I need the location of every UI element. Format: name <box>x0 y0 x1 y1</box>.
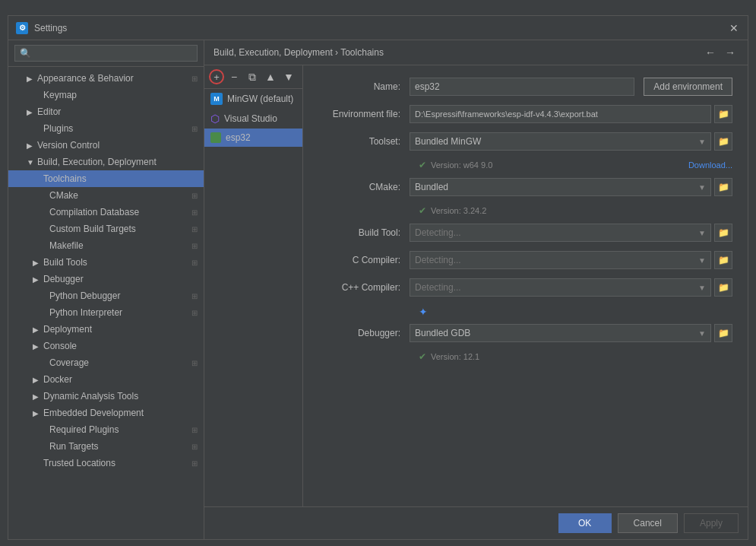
sidebar-item-editor[interactable]: ▶ Editor <box>8 103 204 120</box>
build-tool-browse-button[interactable]: 📁 <box>714 224 732 242</box>
sidebar-item-dynamic-analysis[interactable]: ▶ Dynamic Analysis Tools <box>8 388 204 405</box>
sidebar-item-deployment[interactable]: ▶ Deployment <box>8 321 204 338</box>
sidebar-item-cmake[interactable]: CMake ⊞ <box>8 187 204 204</box>
sidebar-item-embedded-dev[interactable]: ▶ Embedded Development <box>8 405 204 421</box>
arrow-icon: ▶ <box>33 325 40 334</box>
toolset-browse-button[interactable]: 📁 <box>714 132 732 151</box>
sidebar-item-docker[interactable]: ▶ Docker <box>8 371 204 388</box>
settings-form: Name: Add environment Environment file: … <box>303 65 748 506</box>
sidebar-item-appearance[interactable]: ▶ Appearance & Behavior ⊞ <box>8 70 204 87</box>
sidebar-item-plugins[interactable]: Plugins ⊞ <box>8 120 204 137</box>
sidebar-item-build-tools[interactable]: ▶ Build Tools ⊞ <box>8 254 204 271</box>
toolchain-item-label: Visual Studio <box>224 113 277 124</box>
sidebar-item-run-targets[interactable]: Run Targets ⊞ <box>8 438 204 455</box>
sidebar-item-python-debugger[interactable]: Python Debugger ⊞ <box>8 287 204 304</box>
copy-toolchain-button[interactable]: ⧉ <box>244 68 261 85</box>
cmake-version-text: Version: 3.24.2 <box>431 206 486 215</box>
sidebar-item-toolchains[interactable]: Toolchains <box>8 170 204 187</box>
ok-button[interactable]: OK <box>558 513 612 533</box>
sidebar-item-label: Compilation Database <box>49 207 139 217</box>
sidebar-item-build-exec-deploy[interactable]: ▼ Build, Execution, Deployment <box>8 154 204 170</box>
sidebar-item-debugger[interactable]: ▶ Debugger <box>8 271 204 287</box>
sidebar-item-label: Build Tools <box>43 257 87 268</box>
apply-button[interactable]: Apply <box>684 513 739 533</box>
sidebar-item-label: Plugins <box>43 123 73 134</box>
toolset-row: Toolset: Bundled MinGW ▼ 📁 <box>318 132 732 151</box>
sidebar-item-keymap[interactable]: Keymap <box>8 87 204 103</box>
toolchain-item-vs[interactable]: ⬡ Visual Studio <box>204 109 302 129</box>
sidebar-item-label: Keymap <box>43 90 77 100</box>
version-check-icon: ✔ <box>419 160 426 170</box>
cmake-browse-button[interactable]: 📁 <box>714 178 732 196</box>
download-link[interactable]: Download... <box>688 160 732 170</box>
content-area: Build, Execution, Deployment › Toolchain… <box>204 40 748 539</box>
sidebar-item-label: Deployment <box>43 324 92 335</box>
external-icon: ⊞ <box>191 125 198 133</box>
debugger-dropdown-arrow-icon: ▼ <box>698 329 706 338</box>
environment-file-input[interactable] <box>410 105 711 123</box>
move-down-button[interactable]: ▼ <box>280 68 297 85</box>
sidebar-item-label: Required Plugins <box>49 424 119 435</box>
cpp-compiler-browse-button[interactable]: 📁 <box>714 278 732 297</box>
sidebar-item-console[interactable]: ▶ Console <box>8 338 204 354</box>
sidebar-item-version-control[interactable]: ▶ Version Control <box>8 137 204 154</box>
sidebar-item-label: Python Interpreter <box>49 307 122 318</box>
cpp-compiler-row: C++ Compiler: Detecting... ▼ 📁 <box>318 278 732 297</box>
dropdown-arrow-icon: ▼ <box>698 138 706 146</box>
sidebar-item-label: Custom Build Targets <box>49 224 136 234</box>
sidebar-item-label: CMake <box>49 190 78 201</box>
sidebar-item-custom-build[interactable]: Custom Build Targets ⊞ <box>8 221 204 237</box>
toolset-version-row: ✔ Version: w64 9.0 Download... <box>318 160 732 170</box>
toolchain-item-mingw[interactable]: M MinGW (default) <box>204 89 302 109</box>
c-compiler-browse-button[interactable]: 📁 <box>714 251 732 269</box>
name-input[interactable] <box>410 78 634 96</box>
sidebar-item-python-interpreter[interactable]: Python Interpreter ⊞ <box>8 304 204 321</box>
environment-file-control: 📁 <box>410 105 732 123</box>
sidebar-item-label: Run Targets <box>49 441 98 452</box>
add-environment-button[interactable]: Add environment <box>644 78 732 96</box>
debugger-dropdown[interactable]: Bundled GDB ▼ <box>410 324 711 342</box>
debugger-value: Bundled GDB <box>415 328 470 338</box>
sidebar-item-compilation-db[interactable]: Compilation Database ⊞ <box>8 204 204 221</box>
toolset-value: Bundled MinGW <box>415 136 481 147</box>
c-compiler-dropdown[interactable]: Detecting... ▼ <box>410 251 711 269</box>
toolset-dropdown[interactable]: Bundled MinGW ▼ <box>410 132 711 151</box>
sidebar-item-label: Trusted Locations <box>43 458 115 468</box>
move-up-button[interactable]: ▲ <box>262 68 279 85</box>
sidebar-item-makefile[interactable]: Makefile ⊞ <box>8 237 204 254</box>
environment-file-label: Environment file: <box>318 109 410 119</box>
forward-button[interactable]: → <box>722 45 739 60</box>
sidebar-item-required-plugins[interactable]: Required Plugins ⊞ <box>8 421 204 438</box>
environment-file-browse-button[interactable]: 📁 <box>714 105 732 123</box>
name-row: Name: Add environment <box>318 78 732 96</box>
c-compiler-control: Detecting... ▼ 📁 <box>410 251 732 269</box>
sidebar-item-coverage[interactable]: Coverage ⊞ <box>8 354 204 371</box>
toolchain-item-esp32[interactable]: esp32 <box>204 129 302 147</box>
back-button[interactable]: ← <box>702 45 719 60</box>
cpp-compiler-dropdown[interactable]: Detecting... ▼ <box>410 278 711 297</box>
cmake-row: CMake: Bundled ▼ 📁 <box>318 178 732 196</box>
cmake-version-check-icon: ✔ <box>419 205 426 216</box>
close-button[interactable]: ✕ <box>728 22 740 34</box>
external-icon: ⊞ <box>191 459 198 468</box>
sidebar-item-trusted-locations[interactable]: Trusted Locations ⊞ <box>8 455 204 471</box>
debugger-browse-button[interactable]: 📁 <box>714 324 732 342</box>
add-toolchain-button[interactable]: + <box>209 69 224 84</box>
arrow-icon: ▶ <box>33 342 40 351</box>
sidebar-item-label: Docker <box>43 374 72 385</box>
toolset-label: Toolset: <box>318 136 410 147</box>
toolchains-toolbar: + − ⧉ ▲ ▼ <box>204 65 302 89</box>
remove-toolchain-button[interactable]: − <box>226 68 242 85</box>
sidebar-item-label: Debugger <box>43 274 84 284</box>
sidebar-item-label: Appearance & Behavior <box>37 73 134 84</box>
cmake-dropdown[interactable]: Bundled ▼ <box>410 178 711 196</box>
build-tool-row: Build Tool: Detecting... ▼ 📁 <box>318 224 732 242</box>
cancel-button[interactable]: Cancel <box>618 513 678 533</box>
sidebar-item-label: Embedded Development <box>43 408 144 418</box>
toolchains-list: M MinGW (default) ⬡ Visual Studio esp32 <box>204 89 302 506</box>
build-tool-label: Build Tool: <box>318 227 410 238</box>
build-tool-dropdown[interactable]: Detecting... ▼ <box>410 224 711 242</box>
search-input[interactable] <box>14 45 198 62</box>
name-control: Add environment <box>410 78 732 96</box>
main-layout: ▶ Appearance & Behavior ⊞ Keymap ▶ Edito… <box>8 40 748 539</box>
